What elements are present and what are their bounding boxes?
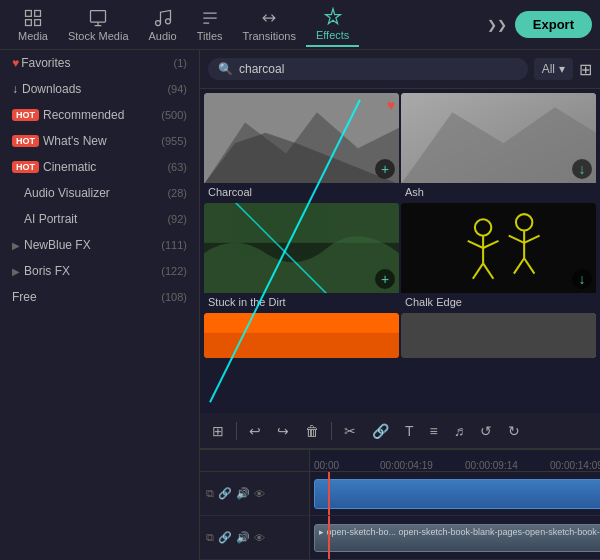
export-button[interactable]: Export: [515, 11, 592, 38]
link-icon[interactable]: 🔗: [368, 421, 393, 441]
effect-ash[interactable]: ↓ Ash: [401, 93, 596, 201]
grid-layout-icon[interactable]: ⊞: [208, 421, 228, 441]
sidebar-item-downloads[interactable]: ↓ Downloads (94): [0, 76, 199, 102]
sidebar: ♥ Favorites (1) ↓ Downloads (94) HOT Rec…: [0, 50, 200, 560]
timeline-toolbar: ⊞ ↩ ↪ 🗑 ✂ 🔗 T ≡ ♬ ↺ ↻: [200, 413, 600, 449]
chalk-label: Chalk Edge: [401, 293, 596, 311]
add-stuck-btn[interactable]: +: [375, 269, 395, 289]
nav-titles[interactable]: Titles: [187, 4, 233, 46]
svg-rect-2: [25, 19, 31, 25]
text-icon[interactable]: T: [401, 421, 418, 441]
ruler-times: 00:00 00:00:04:19 00:00:09:14 00:00:14:0…: [310, 450, 600, 471]
search-input[interactable]: [239, 62, 518, 76]
sidebar-item-boris-fx[interactable]: ▶ Boris FX (122): [0, 258, 199, 284]
sidebar-item-audio-visualizer[interactable]: Audio Visualizer (28): [0, 180, 199, 206]
rotate-left-icon[interactable]: ↺: [476, 421, 496, 441]
heart-icon-effect: ♥: [387, 97, 395, 113]
time-3: 00:00:14:09: [550, 460, 600, 471]
track-row-1: ⧉ 🔗 🔊 👁 Normal 1.00x ▾: [200, 472, 600, 516]
download-icon: ↓: [12, 82, 18, 96]
svg-rect-16: [401, 203, 596, 293]
nav-stock-media[interactable]: Stock Media: [58, 4, 139, 46]
ash-label: Ash: [401, 183, 596, 201]
svg-rect-4: [91, 10, 106, 22]
right-panel: 🔍 All ▾ ⊞ ♥: [200, 50, 600, 560]
track-split-btn-2[interactable]: ⧉: [206, 531, 214, 544]
track-controls-1: ⧉ 🔗 🔊 👁: [200, 472, 310, 515]
video-clip-1[interactable]: Normal 1.00x ▾: [314, 479, 600, 509]
sidebar-item-newblue-fx[interactable]: ▶ NewBlue FX (111): [0, 232, 199, 258]
svg-point-5: [155, 20, 160, 25]
track-content-2: ▸ open-sketch-bo... open-sketch-book-bla…: [310, 516, 600, 559]
track-split-btn[interactable]: ⧉: [206, 487, 214, 500]
effect-charcoal[interactable]: ♥ + Charcoal: [204, 93, 399, 201]
effect-chalk-edge[interactable]: ↓ Chalk Edge: [401, 203, 596, 311]
timeline-ruler: 00:00 00:00:04:19 00:00:09:14 00:00:14:0…: [200, 450, 600, 472]
time-0: 00:00: [314, 460, 339, 471]
track-row-2: ⧉ 🔗 🔊 👁 ▸ open-sketch-bo... open-sketch-…: [200, 516, 600, 560]
svg-rect-3: [35, 19, 41, 25]
arrow-icon: ▶: [12, 240, 20, 251]
nav-audio[interactable]: Audio: [139, 4, 187, 46]
effects-grid: ♥ + Charcoal ↓ Ash: [200, 89, 600, 413]
time-2: 00:00:09:14: [465, 460, 518, 471]
sidebar-item-favorites[interactable]: ♥ Favorites (1): [0, 50, 199, 76]
sidebar-item-whats-new[interactable]: HOT What's New (955): [0, 128, 199, 154]
track-eye-btn[interactable]: 👁: [254, 488, 265, 500]
sidebar-item-free[interactable]: Free (108): [0, 284, 199, 310]
track-link-btn-2[interactable]: 🔗: [218, 531, 232, 544]
delete-icon[interactable]: 🗑: [301, 421, 323, 441]
time-1: 00:00:04:19: [380, 460, 433, 471]
hot-badge: HOT: [12, 109, 39, 121]
add-chalk-btn[interactable]: ↓: [572, 269, 592, 289]
adjust-icon[interactable]: ≡: [426, 421, 442, 441]
search-filter-dropdown[interactable]: All ▾: [534, 58, 573, 80]
track-eye-btn-2[interactable]: 👁: [254, 532, 265, 544]
hot-badge-3: HOT: [12, 161, 39, 173]
svg-point-6: [165, 18, 170, 23]
track-link-btn[interactable]: 🔗: [218, 487, 232, 500]
hot-badge-2: HOT: [12, 135, 39, 147]
audio-icon[interactable]: ♬: [450, 421, 469, 441]
effect-stuck[interactable]: + Stuck in the Dirt: [204, 203, 399, 311]
effect-partial-dark[interactable]: [401, 313, 596, 358]
add-effect-btn[interactable]: +: [375, 159, 395, 179]
stuck-label: Stuck in the Dirt: [204, 293, 399, 311]
arrow-icon-2: ▶: [12, 266, 20, 277]
heart-icon: ♥: [12, 56, 19, 70]
effect-label: Charcoal: [204, 183, 399, 201]
redo-icon[interactable]: ↪: [273, 421, 293, 441]
add-ash-btn[interactable]: ↓: [572, 159, 592, 179]
undo-icon[interactable]: ↩: [245, 421, 265, 441]
track-volume-btn-2[interactable]: 🔊: [236, 531, 250, 544]
search-icon: 🔍: [218, 62, 233, 76]
main-area: ♥ Favorites (1) ↓ Downloads (94) HOT Rec…: [0, 50, 600, 560]
track-controls-2: ⧉ 🔗 🔊 👁: [200, 516, 310, 559]
track-content-1: Normal 1.00x ▾: [310, 472, 600, 515]
svg-rect-1: [35, 10, 41, 16]
rotate-right-icon[interactable]: ↻: [504, 421, 524, 441]
sidebar-item-recommended[interactable]: HOT Recommended (500): [0, 102, 199, 128]
sidebar-item-ai-portrait[interactable]: AI Portrait (92): [0, 206, 199, 232]
top-nav: Media Stock Media Audio Titles Transitio…: [0, 0, 600, 50]
cut-icon[interactable]: ✂: [340, 421, 360, 441]
clip-text: ▸ open-sketch-bo... open-sketch-book-bla…: [315, 525, 600, 539]
search-input-wrap[interactable]: 🔍: [208, 58, 528, 80]
grid-view-icon[interactable]: ⊞: [579, 60, 592, 79]
nav-transitions[interactable]: Transitions: [233, 4, 306, 46]
effect-orange[interactable]: [204, 313, 399, 358]
ruler-label-area: [200, 450, 310, 471]
nav-media[interactable]: Media: [8, 4, 58, 46]
chevron-down-icon: ▾: [559, 62, 565, 76]
track-volume-btn[interactable]: 🔊: [236, 487, 250, 500]
search-bar: 🔍 All ▾ ⊞: [200, 50, 600, 89]
nav-more-icon[interactable]: ❯❯: [479, 18, 515, 32]
sidebar-item-cinematic[interactable]: HOT Cinematic (63): [0, 154, 199, 180]
svg-rect-0: [25, 10, 31, 16]
separator-2: [331, 422, 332, 440]
svg-rect-31: [401, 313, 596, 358]
nav-effects[interactable]: Effects: [306, 3, 359, 47]
video-clip-2[interactable]: ▸ open-sketch-bo... open-sketch-book-bla…: [314, 524, 600, 552]
separator-1: [236, 422, 237, 440]
svg-rect-30: [204, 333, 399, 358]
